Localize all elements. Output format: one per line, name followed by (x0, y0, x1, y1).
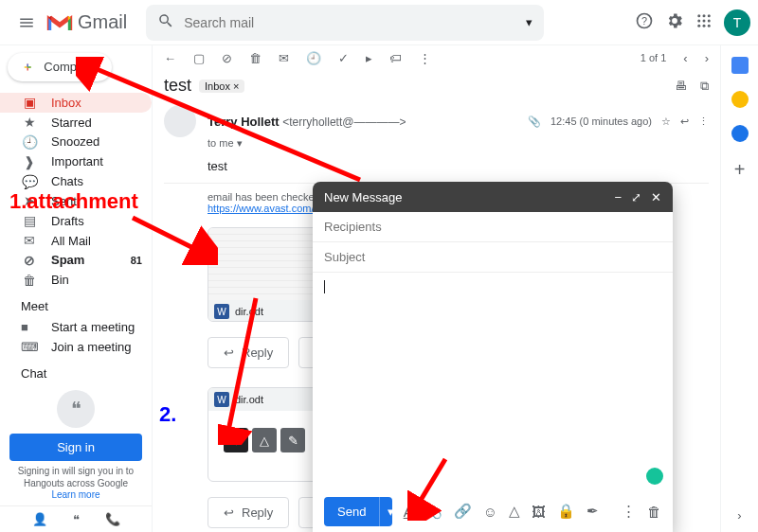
send-options-icon[interactable]: ▾ (379, 497, 391, 526)
tasks-addon-icon[interactable] (731, 125, 749, 142)
person-icon[interactable]: 👤 (32, 512, 47, 526)
compose-label: Compose (44, 60, 97, 74)
insert-link-icon[interactable]: 🔗 (454, 503, 472, 520)
print-icon[interactable]: 🖶 (675, 79, 687, 93)
attach-file-icon[interactable]: 📎 (424, 503, 442, 520)
calendar-addon-icon[interactable] (731, 57, 749, 74)
recipients-field[interactable] (313, 212, 673, 242)
word-icon: W (214, 304, 229, 319)
send-button[interactable]: Send▾ (324, 497, 392, 526)
svg-text:?: ? (641, 15, 647, 27)
insert-photo-icon[interactable]: 🖼 (532, 504, 546, 520)
sender-avatar[interactable] (164, 105, 196, 137)
pager-text: 1 of 1 (641, 52, 667, 63)
edit-attachment-icon[interactable]: ✎ (280, 428, 305, 452)
discard-draft-icon[interactable]: 🗑 (647, 504, 661, 520)
nav-sent[interactable]: ➤Sent (0, 191, 152, 211)
open-new-icon[interactable]: ⧉ (700, 79, 709, 94)
report-spam-icon[interactable]: ⊘ (222, 51, 232, 65)
label-chip[interactable]: Inbox × (199, 80, 244, 93)
star-msg-icon[interactable]: ☆ (661, 115, 671, 128)
sent-icon: ➤ (21, 193, 38, 208)
nav-snoozed[interactable]: 🕘Snoozed (0, 132, 152, 151)
account-avatar[interactable]: T (724, 9, 750, 36)
to-line[interactable]: to me ▾ (208, 137, 709, 150)
minimize-icon[interactable]: − (614, 190, 622, 204)
confidential-icon[interactable]: 🔒 (557, 503, 575, 520)
nav-all-mail[interactable]: ✉All Mail (0, 231, 152, 251)
signin-button[interactable]: Sign in (9, 434, 142, 461)
insert-signature-icon[interactable]: ✒ (587, 503, 599, 520)
save-drive-icon[interactable]: △ (252, 428, 277, 452)
attachment-filename: dir.odt (235, 306, 263, 317)
search-options-icon[interactable]: ▾ (526, 15, 532, 29)
section-chat-label: Chat (0, 357, 152, 384)
spam-count: 81 (131, 255, 142, 266)
sidebar: Compose ▣Inbox ★Starred 🕘Snoozed ❱Import… (0, 45, 152, 532)
learn-more-link[interactable]: Learn more (9, 489, 142, 500)
delete-icon[interactable]: 🗑 (249, 51, 262, 65)
camera-icon: ■ (21, 320, 38, 334)
nav-spam[interactable]: ⊘Spam81 (0, 251, 152, 271)
nav-inbox[interactable]: ▣Inbox (0, 93, 152, 113)
reply-button-2[interactable]: ↩Reply (208, 497, 289, 528)
more-options-icon[interactable]: ⋮ (622, 503, 636, 520)
svg-point-2 (697, 14, 700, 17)
get-addons-icon[interactable]: + (734, 159, 746, 181)
word-icon: W (214, 392, 229, 407)
clock-icon: 🕘 (21, 134, 38, 150)
support-icon[interactable]: ? (635, 11, 654, 33)
archive-icon[interactable]: ▢ (193, 51, 205, 65)
reply-icon[interactable]: ↩ (680, 115, 689, 128)
svg-point-9 (703, 25, 706, 27)
start-meeting[interactable]: ■Start a meeting (0, 317, 152, 337)
apps-icon[interactable] (695, 12, 713, 32)
snooze-icon[interactable]: 🕘 (306, 51, 321, 65)
main-panel: ← ▢ ⊘ 🗑 ✉ 🕘 ✓ ▸ 🏷 ⋮ 1 of 1 ‹ › test Inbo… (152, 45, 720, 532)
fullscreen-icon[interactable]: ⤢ (631, 190, 641, 204)
keep-addon-icon[interactable] (731, 91, 749, 108)
attachment-filename-2: dir.odt (235, 394, 263, 405)
toolbar: ← ▢ ⊘ 🗑 ✉ 🕘 ✓ ▸ 🏷 ⋮ 1 of 1 ‹ › (153, 45, 720, 70)
next-icon[interactable]: › (705, 51, 709, 65)
nav-bin[interactable]: 🗑Bin (0, 270, 152, 290)
gmail-logo[interactable]: Gmail (45, 11, 127, 33)
nav-important[interactable]: ❱Important (0, 151, 152, 171)
search-input[interactable] (184, 15, 526, 30)
download-attachment-icon[interactable]: ⬇ (224, 428, 248, 452)
hangout-mini-icon[interactable]: ❝ (73, 512, 80, 526)
compose-body[interactable] (313, 273, 673, 490)
collapse-panel-icon[interactable]: › (737, 508, 741, 523)
close-compose-icon[interactable]: ✕ (651, 190, 661, 204)
reply-arrow-icon: ↩ (224, 346, 234, 360)
phone-icon[interactable]: 📞 (105, 512, 120, 526)
add-task-icon[interactable]: ✓ (338, 51, 349, 65)
more-icon[interactable]: ⋮ (419, 51, 431, 65)
search-bar[interactable]: ▾ (146, 5, 544, 41)
msg-more-icon[interactable]: ⋮ (698, 115, 709, 128)
join-meeting[interactable]: ⌨Join a meeting (0, 337, 152, 357)
nav-chats[interactable]: 💬Chats (0, 171, 152, 191)
section-meet-label: Meet (0, 290, 152, 317)
compose-button[interactable]: Compose (8, 53, 112, 81)
grammarly-icon[interactable] (646, 468, 663, 485)
nav-drafts[interactable]: ▤Drafts (0, 211, 152, 231)
insert-emoji-icon[interactable]: ☺ (483, 504, 497, 520)
main-menu-icon[interactable] (8, 14, 45, 31)
reply-button-1[interactable]: ↩Reply (208, 337, 289, 368)
nav-starred[interactable]: ★Starred (0, 113, 152, 133)
subject-field[interactable] (313, 242, 673, 273)
move-to-icon[interactable]: ▸ (366, 51, 372, 65)
subject-row: test Inbox × 🖶 ⧉ (153, 70, 720, 101)
back-icon[interactable]: ← (164, 51, 176, 65)
svg-point-8 (697, 25, 700, 27)
compose-window: New Message − ⤢ ✕ Send▾ A 📎 🔗 ☺ △ 🖼 (313, 182, 673, 532)
signin-text: Signing in will sign you in to Hangouts … (9, 465, 142, 489)
mark-unread-icon[interactable]: ✉ (279, 51, 289, 65)
compose-titlebar[interactable]: New Message − ⤢ ✕ (313, 182, 673, 212)
prev-icon[interactable]: ‹ (683, 51, 687, 65)
insert-drive-icon[interactable]: △ (509, 503, 520, 520)
settings-icon[interactable] (665, 11, 684, 33)
labels-icon[interactable]: 🏷 (389, 51, 402, 65)
formatting-icon[interactable]: A (404, 504, 413, 520)
